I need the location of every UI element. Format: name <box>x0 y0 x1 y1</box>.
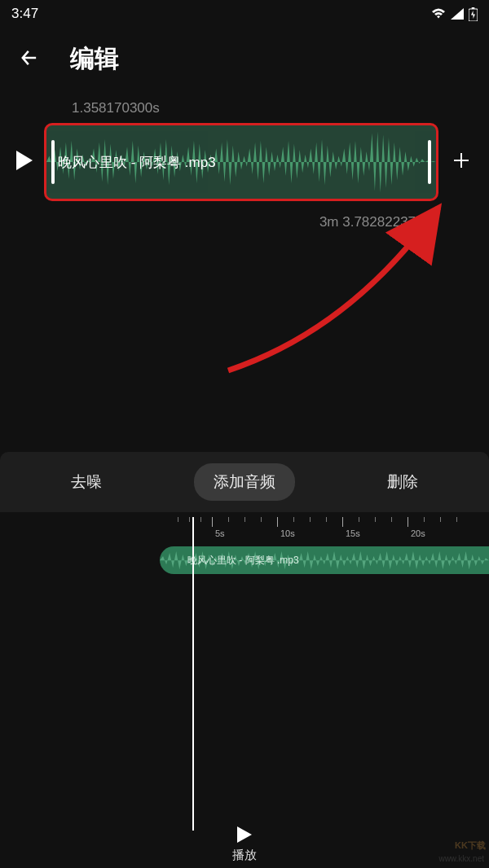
play-icon <box>237 826 252 843</box>
action-tabs: 去噪 添加音频 删除 <box>0 452 489 512</box>
play-controls: 播放 <box>0 826 489 863</box>
back-button[interactable] <box>18 46 41 72</box>
add-track-button[interactable] <box>450 148 473 176</box>
battery-icon <box>469 7 478 21</box>
timeline-play-button[interactable] <box>0 826 489 846</box>
end-timestamp: 3m 3.782822370s <box>0 214 489 230</box>
tab-add-audio[interactable]: 添加音频 <box>194 463 295 501</box>
watermark-logo: KK下载 <box>455 840 486 852</box>
timeline-track-filename: 晚风心里吹 - 阿梨粤 .mp3 <box>187 554 299 568</box>
ruler-tick: 15s <box>346 528 360 538</box>
ruler-tick: 20s <box>411 528 425 538</box>
track-filename: 晚风心里吹 - 阿梨粤 .mp3 <box>58 153 216 172</box>
trim-handle-right[interactable] <box>428 140 431 184</box>
waveform-clip[interactable]: 晚风心里吹 - 阿梨粤 .mp3 <box>44 123 438 201</box>
header: 编辑 <box>0 28 489 100</box>
plus-icon <box>452 151 471 170</box>
watermark-url: www.kkx.net <box>438 854 484 863</box>
trim-handle-left[interactable] <box>51 140 55 184</box>
tab-delete[interactable]: 删除 <box>368 463 438 501</box>
page-title: 编辑 <box>70 42 119 76</box>
timeline-panel: 5s 10s 15s 20s 晚风心里吹 - 阿梨粤 .mp3 播放 <box>0 517 489 868</box>
track-row: 晚风心里吹 - 阿梨粤 .mp3 <box>0 116 489 208</box>
timeline-ruler[interactable]: 5s 10s 15s 20s <box>171 517 489 541</box>
arrow-left-icon <box>18 46 41 69</box>
status-icons <box>431 7 478 21</box>
ruler-tick: 10s <box>280 528 295 538</box>
signal-icon <box>451 8 464 20</box>
start-timestamp: 1.358170300s <box>0 100 489 116</box>
play-label: 播放 <box>0 848 489 863</box>
play-button[interactable] <box>16 151 33 173</box>
status-time: 3:47 <box>11 6 38 22</box>
ruler-tick: 5s <box>215 528 225 538</box>
status-bar: 3:47 <box>0 0 489 28</box>
tab-denoise[interactable]: 去噪 <box>51 463 121 501</box>
play-icon <box>16 151 33 170</box>
wifi-icon <box>431 8 446 20</box>
timeline-audio-clip[interactable]: 晚风心里吹 - 阿梨粤 .mp3 <box>160 546 489 574</box>
svg-rect-1 <box>472 7 475 9</box>
